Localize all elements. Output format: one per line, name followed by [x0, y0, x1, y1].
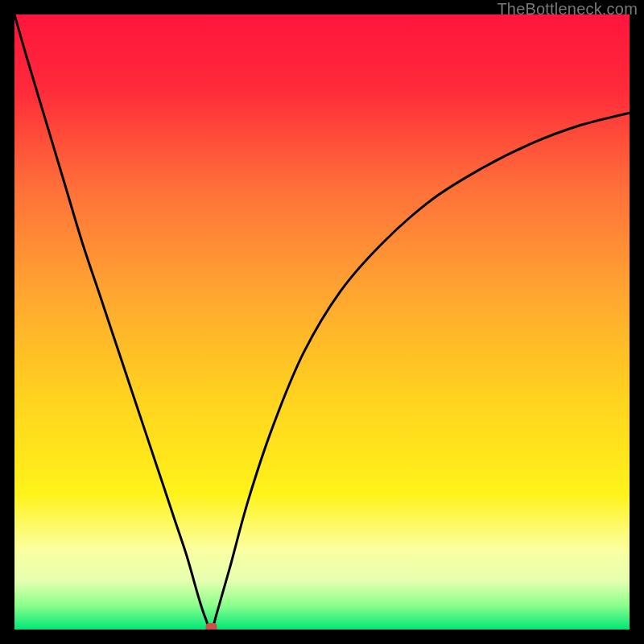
- chart-canvas: [14, 14, 630, 630]
- minimum-marker: [206, 623, 217, 630]
- gradient-background: [14, 14, 630, 630]
- watermark-text: TheBottleneck.com: [497, 0, 638, 19]
- chart-frame: [14, 14, 630, 630]
